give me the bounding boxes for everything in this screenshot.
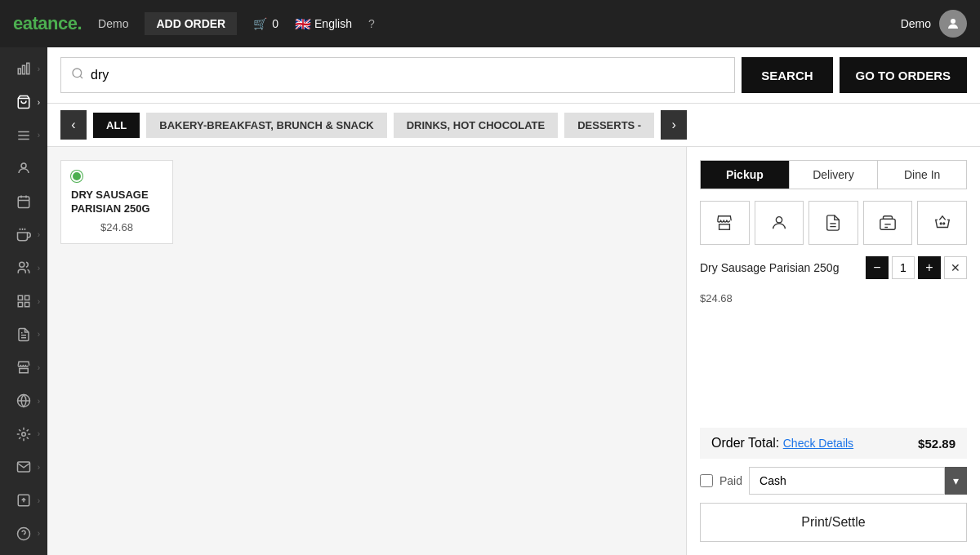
chevron-icon: ›	[38, 363, 40, 372]
help-icon[interactable]: ?	[368, 17, 375, 30]
product-price: $24.68	[71, 221, 163, 233]
svg-point-8	[21, 163, 26, 168]
sidebar-item-upload[interactable]: ›	[4, 486, 43, 516]
svg-point-40	[940, 223, 942, 224]
svg-point-26	[22, 432, 26, 436]
app-logo: eatance.	[13, 13, 82, 34]
chevron-icon: ›	[38, 131, 40, 140]
demo-label: Demo	[98, 17, 128, 30]
order-total-row: Order Total: Check Details $52.89	[700, 428, 967, 459]
order-type-tabs: Pickup Delivery Dine In	[700, 160, 967, 189]
order-total-value: $52.89	[918, 437, 956, 451]
basket-action-button[interactable]	[917, 201, 967, 245]
cart-count: 0	[272, 17, 278, 30]
cart-nav-item[interactable]: 🛒 0	[253, 17, 278, 30]
store-action-button[interactable]	[700, 201, 750, 245]
order-total-label: Order Total: Check Details	[711, 436, 853, 451]
quantity-increase-button[interactable]: +	[918, 256, 941, 279]
tab-pickup[interactable]: Pickup	[701, 161, 789, 189]
chevron-icon: ›	[38, 496, 40, 505]
remove-item-button[interactable]: ✕	[944, 256, 967, 279]
svg-point-16	[20, 263, 24, 268]
chevron-icon: ›	[38, 463, 40, 472]
sidebar-item-customers[interactable]	[4, 153, 43, 184]
bottom-section: DRY SAUSAGE PARISIAN 250G $24.68 Pickup …	[47, 147, 980, 555]
chevron-icon: ›	[38, 397, 40, 406]
sidebar-item-messages[interactable]: ›	[4, 452, 43, 482]
receipt-action-button[interactable]	[808, 201, 858, 245]
sidebar-item-store[interactable]: ›	[4, 353, 43, 383]
print-settle-button[interactable]: Print/Settle	[700, 503, 967, 542]
language-selector[interactable]: 🇬🇧 English	[295, 16, 352, 32]
payment-dropdown-button[interactable]: ▾	[945, 467, 967, 495]
chevron-icon: ›	[38, 264, 40, 273]
quantity-value: 1	[892, 256, 915, 279]
category-all-button[interactable]: ALL	[93, 113, 140, 138]
sidebar-item-menu[interactable]: ›	[4, 120, 43, 150]
user-name: Demo	[901, 17, 931, 30]
sidebar-item-help[interactable]: ›	[4, 518, 43, 548]
svg-rect-19	[18, 303, 22, 307]
search-input[interactable]	[91, 68, 724, 82]
nav-right: Demo	[901, 10, 967, 38]
sidebar: › › › › › › ›	[0, 47, 47, 555]
tab-delivery[interactable]: Delivery	[789, 161, 879, 189]
svg-rect-33	[719, 224, 730, 229]
order-actions	[700, 201, 967, 245]
svg-point-34	[776, 217, 782, 223]
category-next-button[interactable]: ›	[661, 110, 687, 140]
sidebar-item-analytics[interactable]: ›	[4, 54, 43, 84]
paid-label: Paid	[719, 474, 742, 487]
svg-rect-3	[27, 64, 29, 75]
chevron-icon: ›	[38, 98, 40, 107]
sidebar-item-calendar[interactable]	[4, 187, 43, 217]
order-item: Dry Sausage Parisian 250g − 1 + ✕	[700, 256, 967, 282]
chevron-icon: ›	[38, 529, 40, 538]
order-item-name: Dry Sausage Parisian 250g	[700, 261, 859, 274]
add-order-button[interactable]: ADD ORDER	[145, 12, 237, 35]
sidebar-item-staff[interactable]: ›	[4, 253, 43, 283]
category-desserts-button[interactable]: DESSERTS -	[564, 113, 654, 138]
payment-select-wrap: Cash Card Online ▾	[749, 467, 967, 495]
search-button[interactable]: SEARCH	[742, 57, 832, 93]
svg-line-32	[80, 76, 82, 78]
category-bar: ‹ ALL BAKERY-BREAKFAST, BRUNCH & SNACK D…	[47, 104, 980, 147]
category-bakery-button[interactable]: BAKERY-BREAKFAST, BRUNCH & SNACK	[146, 113, 386, 138]
language-label: English	[314, 17, 352, 30]
order-item-price: $24.68	[700, 292, 967, 304]
discount-action-button[interactable]	[863, 201, 913, 245]
avatar[interactable]	[939, 10, 967, 38]
payment-row: Paid Cash Card Online ▾	[700, 467, 967, 495]
customer-action-button[interactable]	[755, 201, 804, 245]
svg-point-41	[943, 223, 945, 224]
content-area: SEARCH GO TO ORDERS ‹ ALL BAKERY-BREAKFA…	[47, 47, 980, 555]
goto-orders-button[interactable]: GO TO ORDERS	[840, 57, 967, 93]
tab-dine-in[interactable]: Dine In	[878, 161, 966, 189]
order-panel: Pickup Delivery Dine In	[686, 147, 980, 555]
product-name: DRY SAUSAGE PARISIAN 250G	[71, 189, 163, 216]
top-navigation: eatance. Demo ADD ORDER 🛒 0 🇬🇧 English ?…	[0, 0, 980, 47]
sidebar-item-integrations[interactable]: ›	[4, 419, 43, 449]
search-icon	[71, 67, 84, 83]
sidebar-item-reports[interactable]: ›	[4, 319, 43, 349]
category-prev-button[interactable]: ‹	[60, 110, 87, 140]
order-footer: Order Total: Check Details $52.89 Paid C…	[700, 428, 967, 542]
quantity-decrease-button[interactable]: −	[866, 256, 889, 279]
payment-method-select[interactable]: Cash Card Online	[749, 467, 945, 495]
svg-point-31	[73, 69, 82, 78]
check-details-link[interactable]: Check Details	[783, 437, 853, 450]
paid-checkbox[interactable]	[700, 474, 713, 487]
category-drinks-button[interactable]: DRINKS, HOT CHOCOLATE	[394, 113, 558, 138]
sidebar-item-website[interactable]: ›	[4, 386, 43, 416]
sidebar-item-grid[interactable]: ›	[4, 286, 43, 317]
search-bar: SEARCH GO TO ORDERS	[47, 47, 980, 104]
chevron-icon: ›	[38, 429, 40, 438]
svg-rect-9	[18, 197, 29, 208]
sidebar-item-cafe[interactable]: ›	[4, 220, 43, 250]
search-input-wrap	[60, 57, 735, 93]
svg-rect-2	[23, 66, 25, 75]
svg-point-0	[951, 19, 956, 24]
chevron-icon: ›	[38, 330, 40, 339]
product-card[interactable]: DRY SAUSAGE PARISIAN 250G $24.68	[60, 160, 173, 244]
sidebar-item-cart[interactable]: ›	[4, 87, 43, 118]
